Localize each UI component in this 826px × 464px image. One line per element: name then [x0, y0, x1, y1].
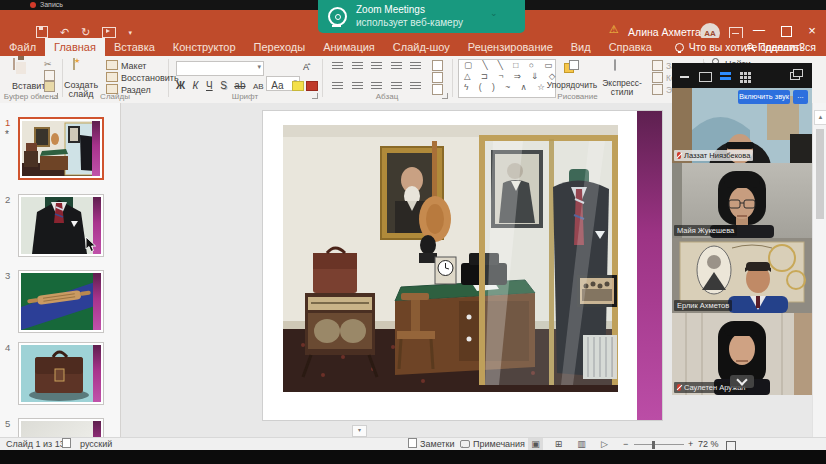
slide-canvas[interactable]	[263, 111, 662, 420]
zoom-slider-thumb[interactable]	[652, 441, 655, 449]
scroll-up-icon[interactable]: ▲	[814, 110, 826, 125]
increase-indent-icon[interactable]	[391, 62, 402, 71]
notification-chevron-icon[interactable]: ⌄	[490, 8, 498, 18]
text-shadow-button[interactable]: S	[220, 80, 227, 91]
recording-label: Запись	[40, 0, 63, 10]
font-name-combo[interactable]	[176, 61, 264, 76]
speaker-view-icon[interactable]	[699, 72, 712, 82]
shapes-row-1: ▢ ╲ ╲ □ ○ ▭	[459, 60, 555, 71]
start-slideshow-icon[interactable]	[102, 27, 116, 38]
lightbulb-icon	[675, 43, 684, 52]
status-bar: Слайд 1 из 13 русский Заметки Примечания…	[0, 437, 826, 451]
comments-icon	[460, 440, 470, 448]
grid-view-icon[interactable]	[740, 72, 743, 75]
clipboard-icon	[13, 58, 15, 70]
font-dialog-launcher[interactable]	[312, 93, 318, 99]
align-text-icon[interactable]	[432, 72, 443, 83]
cut-icon[interactable]: ✂	[44, 59, 52, 70]
group-font: Шрифт	[168, 92, 322, 101]
tab-transitions[interactable]: Переходы	[245, 38, 315, 56]
participant-video-4[interactable]: Саулетен Аружан	[672, 313, 812, 395]
tab-design[interactable]: Конструктор	[164, 38, 245, 56]
pane-splitter-button[interactable]: ▾	[352, 425, 367, 437]
participant-video-3[interactable]: Ерлик Ахметов	[672, 238, 812, 313]
columns-icon[interactable]	[410, 82, 421, 91]
save-icon[interactable]	[36, 26, 48, 38]
popout-icon[interactable]	[790, 72, 800, 80]
layout-button[interactable]: Макет	[106, 60, 146, 71]
format-painter-icon[interactable]	[44, 81, 55, 92]
decrease-indent-icon[interactable]	[371, 62, 382, 71]
align-right-icon[interactable]	[371, 82, 382, 91]
slide-thumbnail-4[interactable]	[18, 342, 104, 405]
shapes-row-2: △ ⊐ ¬ ⇒ ⇓ ◇	[459, 71, 555, 82]
highlight-color-button[interactable]	[292, 81, 304, 91]
line-spacing-icon[interactable]	[410, 62, 421, 71]
bold-button[interactable]: Ж	[176, 80, 185, 91]
font-color-button[interactable]	[306, 81, 318, 91]
bullets-icon[interactable]	[332, 62, 343, 71]
unmute-button[interactable]: Включить звук	[738, 90, 790, 104]
strikethrough-button[interactable]: ab	[234, 80, 245, 91]
redo-icon[interactable]: ↻	[81, 27, 90, 38]
quick-styles-button[interactable]	[614, 60, 616, 70]
share-button[interactable]: Поделиться	[745, 38, 816, 56]
tab-file[interactable]: Файл	[0, 38, 45, 56]
numbering-icon[interactable]	[352, 62, 363, 71]
change-case-button[interactable]: Аа	[271, 80, 283, 91]
align-left-icon[interactable]	[332, 82, 343, 91]
tab-review[interactable]: Рецензирование	[459, 38, 562, 56]
paste-button[interactable]	[13, 59, 15, 69]
slide-thumbnail-1[interactable]	[18, 117, 104, 180]
screen: Запись ↶ ↻ ▾ ⚠ Алина Ахметгали АА — × Фа…	[0, 0, 826, 464]
grow-font-button[interactable]: А̂	[303, 62, 309, 72]
minimize-button[interactable]: —	[750, 23, 768, 37]
more-options-button[interactable]: ...	[793, 90, 808, 104]
collapse-strip-button[interactable]	[730, 375, 754, 388]
tab-animations[interactable]: Анимация	[314, 38, 384, 56]
align-center-icon[interactable]	[352, 82, 363, 91]
undo-icon[interactable]: ↶	[60, 27, 69, 38]
zoom-panel-toolbar	[672, 63, 812, 88]
arrange-label[interactable]: Упорядочить	[546, 80, 598, 90]
vertical-scrollbar[interactable]: ▲	[812, 103, 826, 437]
new-slide-icon	[73, 58, 75, 70]
close-button[interactable]: ×	[803, 23, 821, 38]
clipboard-dialog-launcher[interactable]	[52, 93, 58, 99]
shape-outline-icon	[652, 72, 663, 83]
quick-styles-icon	[614, 59, 616, 71]
reset-button[interactable]: Восстановить	[106, 72, 179, 83]
copy-icon[interactable]	[44, 70, 55, 81]
underline-button[interactable]: Ч	[206, 80, 213, 91]
text-direction-icon[interactable]	[432, 60, 443, 71]
notes-label: Заметки	[420, 439, 454, 449]
paragraph-dialog-launcher[interactable]	[442, 93, 448, 99]
tab-view[interactable]: Вид	[562, 38, 600, 56]
gallery-view-icon[interactable]	[720, 72, 731, 81]
recording-dot-icon	[30, 2, 36, 8]
new-slide-button[interactable]	[73, 59, 75, 69]
slide-photo-museum[interactable]	[283, 125, 618, 392]
justify-icon[interactable]	[391, 82, 402, 91]
char-spacing-button[interactable]: АВ	[253, 82, 264, 91]
group-drawing: Рисование	[452, 92, 703, 101]
italic-button[interactable]: К	[193, 80, 199, 91]
zoom-notification[interactable]: Zoom Meetings использует веб-камеру ⌄	[318, 0, 525, 33]
zoom-slider-track[interactable]	[634, 444, 684, 445]
thumbnail-1-museum-image	[22, 121, 99, 176]
group-slides: Слайды	[62, 92, 168, 101]
slide-thumbnail-3[interactable]	[18, 270, 104, 333]
tab-home[interactable]: Главная	[45, 38, 105, 56]
zoom-panel[interactable]: Включить звук ... Лаззат Ниязбекова	[672, 63, 812, 395]
tab-insert[interactable]: Вставка	[105, 38, 164, 56]
scrollbar-thumb[interactable]	[816, 129, 824, 219]
qat-customize-icon[interactable]: ▾	[128, 27, 132, 38]
restore-button[interactable]	[781, 26, 792, 37]
ribbon-tabs: Файл Главная Вставка Конструктор Переход…	[0, 38, 826, 56]
participant-video-2[interactable]: Майя Жукешева	[672, 163, 812, 238]
tab-slideshow[interactable]: Слайд-шоу	[384, 38, 459, 56]
tab-help[interactable]: Справка	[600, 38, 661, 56]
warning-icon[interactable]: ⚠	[609, 23, 619, 36]
thumbnails-panel[interactable]: 1 * 2	[0, 103, 121, 437]
zoom-minimize-icon[interactable]	[680, 76, 689, 78]
